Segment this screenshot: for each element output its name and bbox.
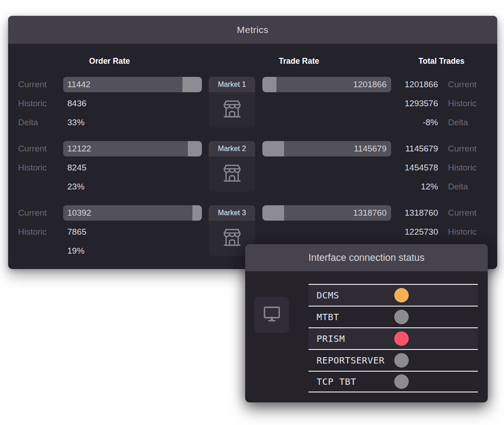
store-icon	[222, 99, 243, 121]
label-delta: Delta	[448, 179, 489, 194]
label-current: Current	[18, 141, 63, 156]
order-current-value: 10392	[67, 205, 91, 221]
trade-current-value: 1201866	[353, 77, 387, 92]
total-historic-value: 1225730	[398, 224, 438, 240]
status-row-mtbt[interactable]: MTBT	[308, 306, 478, 327]
market-card-1[interactable]: Market 1	[209, 77, 255, 128]
metrics-panel: Metrics Order Rate Trade Rate Total Trad…	[8, 16, 497, 269]
column-header-order-rate: Order Rate	[18, 57, 201, 66]
total-current-value: 1145679	[398, 141, 438, 156]
order-delta-value: 33%	[63, 115, 202, 130]
market-card-body	[209, 156, 255, 192]
label-historic: Historic	[18, 224, 63, 240]
status-row-prism[interactable]: PRISM	[308, 327, 478, 349]
label-current: Current	[448, 77, 489, 92]
total-delta-value: 12%	[398, 179, 438, 194]
total-historic-value: 1293576	[398, 96, 438, 111]
label-current: Current	[18, 205, 63, 221]
interface-name: DCMS	[317, 290, 394, 301]
status-panel-body: DCMS MTBT PRISM REPORTSERVER TCP TBT	[245, 284, 488, 392]
status-dot	[394, 353, 409, 368]
label-historic: Historic	[448, 224, 489, 240]
label-delta: Delta	[18, 115, 63, 130]
total-trades-values: 1201866 1293576 -8%	[398, 77, 438, 130]
trade-current-value: 1318760	[353, 205, 387, 221]
column-header-trade-rate: Trade Rate	[208, 57, 390, 66]
trade-rate-bar: 1145679	[262, 141, 391, 156]
order-historic-value: 8436	[63, 96, 202, 111]
order-current-value: 11442	[67, 77, 90, 92]
trade-rate-bar: 1201866	[262, 77, 391, 92]
status-row-dcms[interactable]: DCMS	[308, 284, 478, 306]
metrics-panel-header: Metrics	[8, 16, 497, 44]
interface-name: TCP TBT	[317, 376, 394, 387]
store-icon	[222, 163, 243, 185]
status-dot	[394, 331, 409, 346]
total-historic-value: 1454578	[398, 160, 438, 175]
label-historic: Historic	[18, 160, 63, 175]
order-labels: Current Historic	[18, 141, 63, 175]
market-card-2[interactable]: Market 2	[209, 141, 255, 192]
order-rate-column: 10392 7865 19%	[63, 205, 202, 259]
trade-current-value: 1145679	[354, 141, 387, 156]
interface-name: PRISM	[317, 333, 394, 344]
total-trades-labels: Current Historic Delta	[448, 77, 489, 130]
market-row-2: Current Historic 12122 8245 23% Market 2	[8, 141, 497, 205]
status-dot	[394, 374, 409, 389]
order-labels: Current Historic	[18, 205, 63, 240]
trade-rate-column: 1145679	[262, 141, 391, 156]
metrics-panel-body: Order Rate Trade Rate Total Trades Curre…	[8, 44, 497, 269]
trade-rate-bar: 1318760	[262, 205, 391, 221]
label-historic: Historic	[18, 96, 63, 111]
label-historic: Historic	[448, 96, 489, 111]
total-current-value: 1318760	[398, 205, 438, 221]
interface-name: REPORTSERVER	[317, 355, 394, 366]
trade-rate-column: 1318760	[262, 205, 391, 221]
order-rate-column: 12122 8245 23%	[63, 141, 202, 194]
status-panel-header: Interface connection status	[245, 244, 488, 271]
interface-connection-status-panel: Interface connection status DCMS	[245, 244, 488, 402]
order-rate-bar: 11442	[63, 77, 202, 92]
total-delta-value: -8%	[398, 115, 438, 130]
label-current: Current	[448, 205, 489, 221]
market-row-1: Current Historic Delta 11442 8436 33% Ma…	[8, 77, 497, 141]
market-card-label: Market 3	[209, 205, 255, 221]
total-trades-labels: Current Historic Delta	[448, 141, 489, 194]
total-trades-values: 1318760 1225730	[398, 205, 438, 240]
order-delta-value: 19%	[63, 243, 202, 259]
status-row-reportserver[interactable]: REPORTSERVER	[308, 349, 478, 371]
column-headers: Order Rate Trade Rate Total Trades	[8, 57, 485, 66]
order-delta-value: 23%	[63, 179, 202, 194]
column-header-total-trades: Total Trades	[397, 57, 485, 66]
status-panel-title: Interface connection status	[308, 252, 425, 264]
order-labels: Current Historic Delta	[18, 77, 63, 130]
total-trades-values: 1145679 1454578 12%	[398, 141, 438, 194]
market-card-label: Market 1	[209, 77, 255, 92]
metric-rows: Current Historic Delta 11442 8436 33% Ma…	[8, 77, 497, 269]
order-historic-value: 7865	[63, 224, 202, 240]
monitor-icon	[261, 303, 282, 326]
interface-status-list: DCMS MTBT PRISM REPORTSERVER TCP TBT	[308, 284, 478, 392]
metrics-panel-title: Metrics	[237, 24, 269, 35]
label-delta: Delta	[448, 115, 489, 130]
trade-rate-column: 1201866	[262, 77, 391, 92]
total-current-value: 1201866	[398, 77, 438, 92]
page: Metrics Order Rate Trade Rate Total Trad…	[0, 0, 504, 425]
order-historic-value: 8245	[63, 160, 202, 175]
status-row-tcp-tbt[interactable]: TCP TBT	[308, 371, 478, 392]
store-icon	[222, 227, 243, 250]
status-dot	[394, 310, 409, 324]
label-historic: Historic	[448, 160, 489, 175]
total-trades-labels: Current Historic	[448, 205, 489, 240]
interface-name: MTBT	[317, 312, 394, 322]
order-rate-column: 11442 8436 33%	[63, 77, 202, 130]
label-current: Current	[448, 141, 489, 156]
market-card-label: Market 2	[209, 141, 255, 156]
status-dot	[394, 288, 409, 302]
market-card-body	[209, 92, 255, 128]
order-rate-bar: 10392	[63, 205, 202, 221]
order-rate-bar: 12122	[63, 141, 202, 156]
order-current-value: 12122	[67, 141, 91, 156]
interfaces-icon-box	[254, 297, 289, 333]
label-current: Current	[18, 77, 63, 92]
